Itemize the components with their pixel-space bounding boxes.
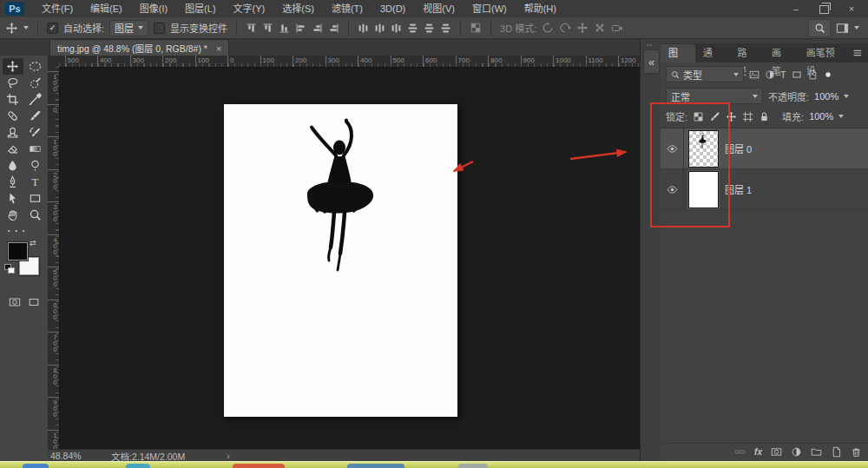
zoom-level-field[interactable]: 48.84% [50, 451, 101, 461]
edit-toolbar-ellipsis[interactable]: • • • [0, 223, 48, 235]
minimize-button[interactable]: – [790, 3, 802, 14]
distribute-vertical-centers-icon[interactable] [374, 23, 385, 34]
filter-smart-objects-icon[interactable] [807, 69, 818, 80]
tool-hand[interactable] [3, 207, 23, 223]
quick-mask-mode-icon[interactable] [9, 296, 21, 308]
tool-marquee[interactable] [25, 58, 46, 75]
menu-layer[interactable]: 图层(L) [176, 0, 224, 17]
taskbar-app-icon[interactable] [347, 464, 404, 468]
menu-3d[interactable]: 3D(D) [372, 0, 414, 17]
taskbar-app-icon[interactable] [233, 464, 285, 468]
menu-file[interactable]: 文件(F) [33, 0, 82, 17]
screen-mode-icon[interactable] [28, 296, 40, 308]
layer-style-fx-button[interactable]: fx [754, 447, 762, 457]
opacity-value[interactable]: 100% [814, 91, 838, 102]
foreground-color-swatch[interactable] [8, 242, 28, 260]
new-group-icon[interactable] [811, 446, 822, 458]
3d-roll-icon[interactable] [559, 22, 571, 34]
fill-chevron-icon[interactable] [838, 115, 844, 118]
show-transform-checkbox[interactable] [154, 23, 165, 34]
lock-all-icon[interactable] [759, 111, 770, 122]
windows-taskbar[interactable] [0, 461, 868, 468]
tool-healing-brush[interactable] [3, 108, 23, 124]
taskbar-app-icon[interactable] [23, 464, 49, 468]
tool-blur[interactable] [3, 157, 23, 174]
tool-quick-selection[interactable] [25, 75, 46, 91]
distribute-left-edges-icon[interactable] [407, 23, 418, 34]
taskbar-app-icon[interactable] [458, 464, 488, 468]
layer-filtering-toggle-icon[interactable] [823, 69, 833, 80]
workspace-chevron-icon[interactable] [854, 26, 859, 30]
auto-align-layers-icon[interactable] [470, 22, 482, 34]
tab-brush-presets[interactable]: 画笔预设 [799, 44, 852, 63]
tool-shape[interactable] [25, 190, 46, 207]
menu-view[interactable]: 视图(V) [414, 0, 464, 17]
tab-brush[interactable]: 画笔 [764, 44, 799, 63]
tool-type[interactable]: T [25, 174, 46, 190]
tool-history-brush[interactable] [25, 124, 46, 141]
restore-button[interactable] [818, 3, 830, 14]
canvas-area[interactable]: 500 400 300 200 100 0 100 200 300 400 50… [48, 56, 640, 449]
menu-window[interactable]: 窗口(W) [464, 0, 516, 17]
3d-slide-icon[interactable] [591, 19, 608, 36]
tool-gradient[interactable] [25, 141, 46, 157]
align-left-edges-icon[interactable] [295, 23, 306, 34]
tool-crop[interactable] [3, 91, 23, 108]
document-tab[interactable]: timg.jpg @ 48.8% (图层 0, RGB/8#) * × [49, 39, 229, 56]
distribute-top-edges-icon[interactable] [358, 23, 369, 34]
filter-type-dropdown[interactable]: 类型 [666, 66, 744, 82]
tool-eraser[interactable] [3, 141, 23, 157]
swap-colors-icon[interactable]: ⇄ [30, 239, 36, 247]
3d-rotate-icon[interactable] [542, 22, 554, 34]
new-layer-icon[interactable] [831, 446, 842, 458]
filter-adjustment-layers-icon[interactable] [765, 69, 775, 80]
filter-type-layers-icon[interactable]: T [780, 69, 786, 80]
filter-pixel-layers-icon[interactable] [749, 69, 760, 80]
tool-path-selection[interactable] [3, 190, 23, 207]
close-button[interactable]: × [845, 3, 858, 14]
tool-dodge[interactable] [25, 157, 46, 174]
3d-pan-icon[interactable] [576, 22, 589, 34]
distribute-horizontal-centers-icon[interactable] [424, 23, 435, 34]
3d-camera-icon[interactable] [611, 22, 623, 34]
menu-type[interactable]: 文字(Y) [225, 0, 274, 17]
tool-clone-stamp[interactable] [3, 124, 23, 141]
auto-select-target-dropdown[interactable]: 图层 [109, 20, 148, 36]
opacity-chevron-icon[interactable] [844, 95, 849, 98]
delete-layer-icon[interactable] [851, 446, 862, 458]
tool-move[interactable] [3, 58, 23, 75]
taskbar-app-icon[interactable] [126, 464, 150, 468]
filter-shape-layers-icon[interactable] [792, 69, 802, 80]
new-adjustment-layer-icon[interactable] [791, 446, 802, 458]
menu-edit[interactable]: 编辑(E) [82, 0, 131, 17]
align-right-edges-icon[interactable] [328, 23, 339, 34]
workspace-switcher-icon[interactable] [836, 22, 849, 35]
menu-help[interactable]: 帮助(H) [516, 0, 565, 17]
tool-eyedropper[interactable] [25, 91, 46, 108]
expand-panels-button[interactable]: « [643, 49, 660, 74]
tool-zoom[interactable] [25, 207, 46, 223]
align-horizontal-centers-icon[interactable] [312, 23, 323, 34]
add-layer-mask-icon[interactable] [771, 446, 782, 458]
tab-close-icon[interactable]: × [216, 43, 221, 54]
tool-preset-chevron-icon[interactable] [23, 26, 29, 30]
menu-image[interactable]: 图像(I) [131, 0, 176, 17]
align-vertical-centers-icon[interactable] [262, 23, 273, 34]
align-bottom-edges-icon[interactable] [279, 23, 290, 34]
lock-artboard-icon[interactable] [742, 111, 753, 122]
auto-select-checkbox[interactable]: ✓ [47, 23, 58, 34]
tool-brush[interactable] [25, 108, 46, 124]
align-top-edges-icon[interactable] [246, 23, 257, 34]
menu-select[interactable]: 选择(S) [273, 0, 323, 17]
menu-filter[interactable]: 滤镜(T) [323, 0, 372, 17]
document-canvas[interactable] [224, 104, 457, 417]
distribute-right-edges-icon[interactable] [440, 23, 451, 34]
tab-layers[interactable]: 图层 [661, 44, 695, 63]
tab-paths[interactable]: 路径 [729, 44, 764, 63]
distribute-bottom-edges-icon[interactable] [391, 23, 402, 34]
tool-lasso[interactable] [3, 75, 23, 91]
search-button[interactable] [808, 19, 831, 37]
fill-value[interactable]: 100% [809, 111, 833, 122]
default-colors-icon[interactable] [4, 264, 13, 272]
panel-menu-icon[interactable] [852, 47, 864, 59]
